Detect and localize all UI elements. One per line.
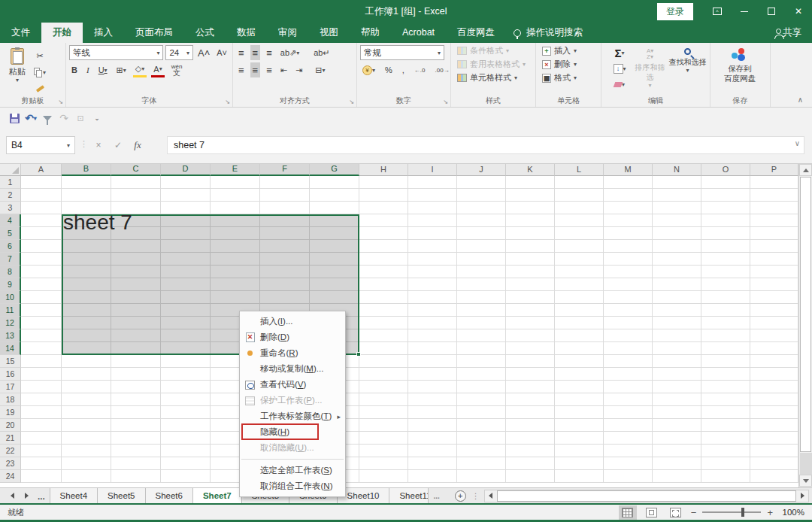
- cell-N17[interactable]: [653, 381, 701, 393]
- clipboard-dialog-launcher[interactable]: ↘: [58, 99, 63, 105]
- row-header-2[interactable]: 2: [0, 189, 21, 202]
- cut-button[interactable]: ✂: [32, 48, 48, 63]
- row-header-24[interactable]: 24: [0, 470, 21, 483]
- cell-H23[interactable]: [359, 457, 408, 470]
- cell-H17[interactable]: [359, 381, 408, 393]
- cell-K14[interactable]: [506, 342, 555, 355]
- column-header-I[interactable]: I: [408, 164, 457, 176]
- cell-P18[interactable]: [750, 393, 798, 406]
- cell-P21[interactable]: [750, 432, 798, 445]
- cell-M8[interactable]: [604, 266, 653, 278]
- cell-P14[interactable]: [750, 342, 798, 355]
- cell-M12[interactable]: [604, 317, 653, 329]
- cell-O1[interactable]: [701, 176, 750, 189]
- cell-L9[interactable]: [555, 278, 604, 291]
- column-header-L[interactable]: L: [555, 164, 604, 176]
- column-header-E[interactable]: E: [211, 164, 260, 176]
- cell-I19[interactable]: [408, 406, 457, 419]
- cell-H15[interactable]: [359, 355, 408, 368]
- cell-A19[interactable]: [21, 406, 62, 419]
- select-all-corner[interactable]: [0, 164, 21, 176]
- cell-C21[interactable]: [111, 432, 161, 445]
- menu-item-R[interactable]: 重命名(R): [240, 345, 345, 361]
- cell-H21[interactable]: [359, 432, 408, 445]
- cell-A7[interactable]: [21, 253, 62, 266]
- selection-fill-handle[interactable]: [356, 352, 361, 357]
- cell-I13[interactable]: [408, 329, 457, 342]
- cell-M4[interactable]: [604, 214, 653, 227]
- cell-C16[interactable]: [111, 368, 161, 381]
- cell-H5[interactable]: [359, 227, 408, 240]
- cell-D2[interactable]: [161, 189, 211, 202]
- cell-D20[interactable]: [161, 419, 211, 432]
- cell-O18[interactable]: [701, 393, 750, 406]
- cell-J7[interactable]: [457, 253, 506, 266]
- cell-B15[interactable]: [62, 355, 111, 368]
- cell-H3[interactable]: [359, 202, 408, 214]
- cell-C2[interactable]: [111, 189, 161, 202]
- cell-J17[interactable]: [457, 381, 506, 393]
- cell-K4[interactable]: [506, 214, 555, 227]
- cell-M1[interactable]: [604, 176, 653, 189]
- cell-I12[interactable]: [408, 317, 457, 329]
- cell-M6[interactable]: [604, 240, 653, 253]
- cell-L7[interactable]: [555, 253, 604, 266]
- cell-J15[interactable]: [457, 355, 506, 368]
- cell-P16[interactable]: [750, 368, 798, 381]
- phonetic-guide-button[interactable]: wén 文: [169, 62, 185, 77]
- cell-I8[interactable]: [408, 266, 457, 278]
- cell-D3[interactable]: [161, 202, 211, 214]
- row-header-3[interactable]: 3: [0, 202, 21, 214]
- cell-I1[interactable]: [408, 176, 457, 189]
- column-header-K[interactable]: K: [506, 164, 555, 176]
- cell-A22[interactable]: [21, 445, 62, 457]
- row-header-12[interactable]: 12: [0, 317, 21, 329]
- cell-G3[interactable]: [310, 202, 359, 214]
- cell-K13[interactable]: [506, 329, 555, 342]
- cell-C23[interactable]: [111, 457, 161, 470]
- clear-button[interactable]: ▾: [607, 77, 632, 92]
- cell-O21[interactable]: [701, 432, 750, 445]
- sheet-tab-Sheet4[interactable]: Sheet4: [50, 488, 98, 503]
- cell-N2[interactable]: [653, 189, 701, 202]
- cell-O7[interactable]: [701, 253, 750, 266]
- cell-J18[interactable]: [457, 393, 506, 406]
- row-header-17[interactable]: 17: [0, 381, 21, 393]
- cell-H22[interactable]: [359, 445, 408, 457]
- cell-C20[interactable]: [111, 419, 161, 432]
- cell-B16[interactable]: [62, 368, 111, 381]
- cell-N19[interactable]: [653, 406, 701, 419]
- cell-C18[interactable]: [111, 393, 161, 406]
- ribbon-tab-百度网盘[interactable]: 百度网盘: [446, 23, 506, 43]
- cell-C1[interactable]: [111, 176, 161, 189]
- worksheet-grid[interactable]: ABCDEFGHIJKLMNOP 12345678910111213141516…: [0, 164, 812, 487]
- cell-I10[interactable]: [408, 291, 457, 304]
- menu-item-H[interactable]: 隐藏(H): [240, 424, 345, 440]
- cell-N12[interactable]: [653, 317, 701, 329]
- bold-button[interactable]: B: [69, 62, 80, 77]
- cell-K22[interactable]: [506, 445, 555, 457]
- increase-decimal-button[interactable]: ←.0: [412, 62, 428, 77]
- cell-H18[interactable]: [359, 393, 408, 406]
- format-cells-button[interactable]: 格式: [554, 72, 571, 83]
- cell-M18[interactable]: [604, 393, 653, 406]
- cell-H19[interactable]: [359, 406, 408, 419]
- cell-M15[interactable]: [604, 355, 653, 368]
- ribbon-tab-视图[interactable]: 视图: [308, 23, 350, 43]
- cell-G2[interactable]: [310, 189, 359, 202]
- collapse-ribbon-button[interactable]: ∧: [798, 96, 803, 104]
- cell-K11[interactable]: [506, 304, 555, 317]
- cell-L10[interactable]: [555, 291, 604, 304]
- cell-O17[interactable]: [701, 381, 750, 393]
- cell-I17[interactable]: [408, 381, 457, 393]
- row-header-9[interactable]: 9: [0, 278, 21, 291]
- cell-A13[interactable]: [21, 329, 62, 342]
- cell-O19[interactable]: [701, 406, 750, 419]
- cell-L11[interactable]: [555, 304, 604, 317]
- cell-L19[interactable]: [555, 406, 604, 419]
- cell-K1[interactable]: [506, 176, 555, 189]
- cell-K21[interactable]: [506, 432, 555, 445]
- cell-D15[interactable]: [161, 355, 211, 368]
- column-header-B[interactable]: B: [62, 164, 111, 176]
- cell-N21[interactable]: [653, 432, 701, 445]
